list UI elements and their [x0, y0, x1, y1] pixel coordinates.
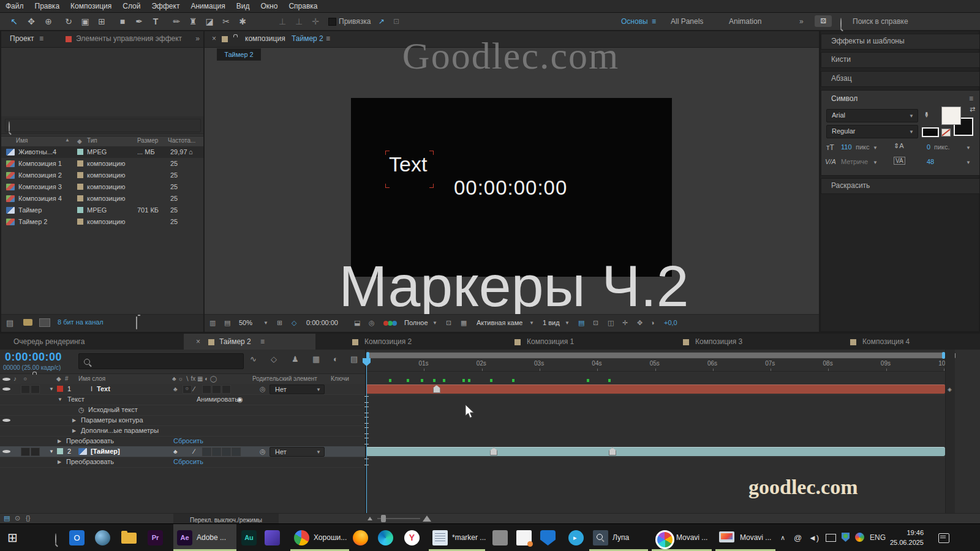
- tray-volume-icon[interactable]: ◄): [809, 524, 819, 551]
- transparency-grid-icon[interactable]: ▦: [461, 319, 467, 327]
- sort-arrow-icon[interactable]: ▲: [65, 137, 70, 143]
- firefox-icon[interactable]: [353, 530, 368, 545]
- prop-transform[interactable]: ▶ Преобразовать Сбросить: [0, 436, 365, 447]
- workspace-tab-animation[interactable]: Animation: [729, 13, 761, 30]
- label-swatch[interactable]: [77, 160, 83, 167]
- snap-options-icon[interactable]: ↗: [375, 15, 388, 28]
- timeline-zoom-slider-handle[interactable]: [381, 515, 386, 522]
- notepad-marker-button[interactable]: *marker ...: [429, 524, 485, 551]
- trash-icon[interactable]: [136, 318, 137, 329]
- panel-paragraph[interactable]: Абзац: [821, 71, 980, 87]
- current-timecode[interactable]: 0:00:00:00: [5, 351, 62, 364]
- composition-marker[interactable]: [407, 379, 409, 382]
- work-area-bar[interactable]: [368, 353, 944, 358]
- font-family-dropdown[interactable]: Arial ▼: [826, 109, 918, 122]
- project-bit-depth[interactable]: 8 бит на канал: [58, 318, 104, 326]
- tracking-arrow-icon[interactable]: ▼: [966, 160, 971, 165]
- expand-switches-icon[interactable]: ⊙: [15, 514, 20, 522]
- composition-marker[interactable]: [512, 379, 514, 382]
- composition-marker[interactable]: [462, 379, 465, 382]
- comp-toolbar-timecode[interactable]: 0:00:00:00: [306, 319, 338, 326]
- video-column-icon[interactable]: [2, 375, 10, 383]
- switches-column-icons[interactable]: ♣ ☼ ∖ fx ▦ ◐ ◯: [172, 375, 217, 382]
- region-of-interest-icon[interactable]: ⊡: [446, 319, 451, 327]
- tray-chevron-icon[interactable]: ∧: [780, 524, 785, 551]
- comp-panel-menu-icon[interactable]: ≡: [326, 34, 330, 43]
- leading-value[interactable]: 0: [927, 143, 930, 151]
- leading-arrow-icon[interactable]: ▼: [966, 145, 971, 151]
- view-count-value[interactable]: 1 вид: [543, 319, 560, 326]
- project-row[interactable]: Композиция 1 композицию 25: [1, 158, 203, 170]
- snap-frame-icon[interactable]: ⊡: [390, 15, 403, 28]
- kerning-value[interactable]: Метриче: [841, 158, 868, 165]
- timeline-search-input[interactable]: [78, 353, 244, 369]
- primary-viewer-icon[interactable]: ▤: [224, 319, 230, 327]
- comp-tab-close-icon[interactable]: ×: [212, 34, 216, 43]
- project-tab-menu-icon[interactable]: ≡: [39, 34, 43, 43]
- reset-link[interactable]: Сбросить: [173, 457, 203, 467]
- project-row[interactable]: Композиция 4 композицию 25: [1, 193, 203, 204]
- workspace-tab-osnovy[interactable]: Основы: [621, 13, 648, 30]
- composition-marker[interactable]: [608, 379, 611, 382]
- toggle-switches-modes-button[interactable]: Перекл. выключ./режимы: [173, 514, 279, 524]
- label-swatch[interactable]: [77, 219, 83, 225]
- prop-group-text[interactable]: ▼ Текст Анимировать: ◉: [0, 394, 365, 405]
- interpret-footage-icon[interactable]: ▤: [6, 318, 13, 328]
- camera-tool[interactable]: ▣: [78, 15, 92, 28]
- expander-icon[interactable]: ▶: [72, 415, 76, 425]
- eye-icon[interactable]: [2, 385, 10, 393]
- motion-blur-icon[interactable]: ◐: [333, 354, 338, 364]
- file-explorer-icon[interactable]: [121, 533, 137, 544]
- sync-settings-icon[interactable]: ⚄: [815, 15, 832, 27]
- layer-color-swatch[interactable]: [57, 386, 63, 392]
- tray-clock[interactable]: 19:46 25.06.2025: [889, 528, 924, 547]
- canvas-text-layer[interactable]: Text: [389, 152, 427, 176]
- tray-defender-icon[interactable]: [842, 533, 850, 542]
- menu-layer[interactable]: Слой: [117, 0, 146, 12]
- character-menu-icon[interactable]: ≡: [969, 94, 973, 103]
- chrome-app-button[interactable]: Хороши...: [290, 524, 349, 551]
- prop-transform-timer[interactable]: ▶ Преобразовать Сбросить: [0, 457, 365, 468]
- exposure-value[interactable]: +0,0: [664, 319, 677, 326]
- no-fill-swatch[interactable]: [941, 129, 951, 137]
- workspace-tab-all-panels[interactable]: All Panels: [671, 13, 703, 30]
- draft-3d-icon[interactable]: ◇: [271, 354, 277, 364]
- label-swatch[interactable]: [77, 149, 83, 155]
- solo-column-icon[interactable]: ○: [23, 375, 27, 382]
- snap-checkbox[interactable]: [328, 18, 336, 26]
- composition-marker[interactable]: [587, 379, 589, 382]
- font-size-value[interactable]: 110: [841, 143, 852, 151]
- shy-switch-icon[interactable]: ♣: [173, 384, 178, 394]
- red-layer-bar[interactable]: [366, 384, 945, 394]
- browser-sphere-icon[interactable]: [95, 530, 110, 545]
- composition-marker[interactable]: [433, 379, 435, 382]
- taskbar-search-icon[interactable]: [55, 534, 56, 545]
- fx-switch[interactable]: [202, 448, 211, 456]
- mask-visibility-icon[interactable]: ◇: [292, 319, 296, 327]
- swap-fill-stroke-icon[interactable]: ⇄: [970, 105, 975, 113]
- parent-dropdown[interactable]: Нет ▼: [270, 447, 325, 457]
- violet-app-icon[interactable]: [265, 530, 280, 545]
- expander-icon[interactable]: ▶: [72, 425, 76, 436]
- frame-blending-icon[interactable]: ▦: [312, 354, 320, 364]
- menu-view[interactable]: Вид: [231, 0, 255, 12]
- project-row[interactable]: Композиция 2 композицию 25: [1, 170, 203, 181]
- puppet-pin-tool[interactable]: ✱: [236, 15, 249, 28]
- motion-blur-switch[interactable]: [222, 385, 231, 394]
- gray-app-icon[interactable]: [492, 530, 508, 545]
- menu-help[interactable]: Справка: [283, 0, 323, 12]
- flowchart-button-icon[interactable]: ✥: [637, 319, 643, 327]
- parent-dropdown[interactable]: Нет ▼: [270, 384, 325, 394]
- expand-inout-icon[interactable]: {}: [26, 514, 30, 522]
- premiere-icon[interactable]: Pr: [148, 530, 163, 545]
- panel-brushes[interactable]: Кисти: [821, 52, 980, 68]
- project-row[interactable]: Таймер 2 композицию 25: [1, 216, 203, 228]
- local-axis-mode-icon[interactable]: ⊥: [276, 15, 289, 28]
- resolution-value[interactable]: Полное: [404, 319, 428, 326]
- tab-project[interactable]: Проект: [10, 34, 34, 43]
- col-type[interactable]: Тип: [87, 137, 97, 144]
- shy-switch-icon[interactable]: ♣: [173, 446, 178, 457]
- quality-switch-icon[interactable]: ∕: [194, 446, 195, 457]
- fill-color-swatch[interactable]: [941, 107, 961, 125]
- zoom-tool[interactable]: ⊕: [42, 15, 55, 28]
